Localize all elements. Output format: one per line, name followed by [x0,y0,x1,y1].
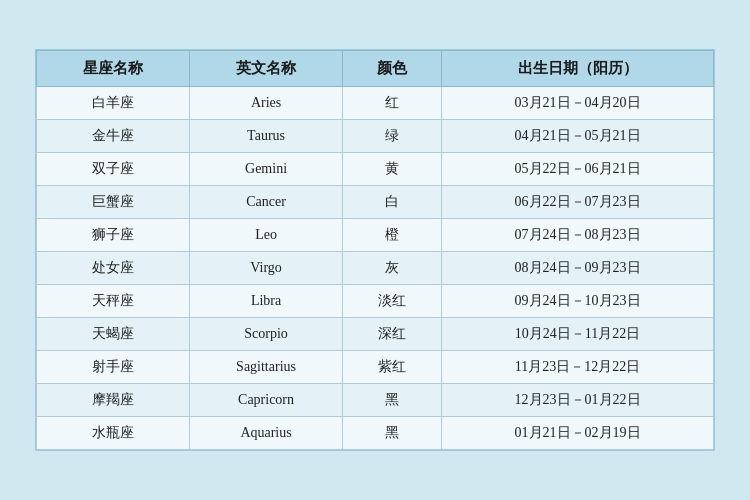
zodiac-table-container: 星座名称英文名称颜色出生日期（阳历） 白羊座Aries红03月21日－04月20… [35,49,715,451]
cell-4-3: 07月24日－08月23日 [442,219,714,252]
cell-3-0: 巨蟹座 [37,186,190,219]
header-col-1: 英文名称 [190,51,343,87]
cell-7-2: 深红 [343,318,442,351]
cell-1-1: Taurus [190,120,343,153]
table-row: 白羊座Aries红03月21日－04月20日 [37,87,714,120]
table-body: 白羊座Aries红03月21日－04月20日金牛座Taurus绿04月21日－0… [37,87,714,450]
table-row: 摩羯座Capricorn黑12月23日－01月22日 [37,384,714,417]
cell-2-3: 05月22日－06月21日 [442,153,714,186]
cell-4-1: Leo [190,219,343,252]
cell-7-1: Scorpio [190,318,343,351]
cell-0-0: 白羊座 [37,87,190,120]
cell-5-2: 灰 [343,252,442,285]
header-col-2: 颜色 [343,51,442,87]
cell-1-3: 04月21日－05月21日 [442,120,714,153]
cell-6-2: 淡红 [343,285,442,318]
cell-0-3: 03月21日－04月20日 [442,87,714,120]
cell-9-0: 摩羯座 [37,384,190,417]
zodiac-table: 星座名称英文名称颜色出生日期（阳历） 白羊座Aries红03月21日－04月20… [36,50,714,450]
table-row: 狮子座Leo橙07月24日－08月23日 [37,219,714,252]
table-row: 射手座Sagittarius紫红11月23日－12月22日 [37,351,714,384]
cell-2-0: 双子座 [37,153,190,186]
cell-3-2: 白 [343,186,442,219]
cell-4-0: 狮子座 [37,219,190,252]
cell-5-0: 处女座 [37,252,190,285]
cell-4-2: 橙 [343,219,442,252]
cell-8-0: 射手座 [37,351,190,384]
header-col-3: 出生日期（阳历） [442,51,714,87]
cell-5-3: 08月24日－09月23日 [442,252,714,285]
cell-7-3: 10月24日－11月22日 [442,318,714,351]
table-header: 星座名称英文名称颜色出生日期（阳历） [37,51,714,87]
cell-9-3: 12月23日－01月22日 [442,384,714,417]
cell-8-1: Sagittarius [190,351,343,384]
cell-8-2: 紫红 [343,351,442,384]
cell-3-3: 06月22日－07月23日 [442,186,714,219]
cell-10-1: Aquarius [190,417,343,450]
cell-3-1: Cancer [190,186,343,219]
cell-8-3: 11月23日－12月22日 [442,351,714,384]
cell-7-0: 天蝎座 [37,318,190,351]
cell-5-1: Virgo [190,252,343,285]
cell-1-0: 金牛座 [37,120,190,153]
cell-9-2: 黑 [343,384,442,417]
cell-10-2: 黑 [343,417,442,450]
cell-6-0: 天秤座 [37,285,190,318]
table-row: 天秤座Libra淡红09月24日－10月23日 [37,285,714,318]
cell-0-1: Aries [190,87,343,120]
header-row: 星座名称英文名称颜色出生日期（阳历） [37,51,714,87]
table-row: 天蝎座Scorpio深红10月24日－11月22日 [37,318,714,351]
cell-6-3: 09月24日－10月23日 [442,285,714,318]
cell-9-1: Capricorn [190,384,343,417]
table-row: 巨蟹座Cancer白06月22日－07月23日 [37,186,714,219]
cell-6-1: Libra [190,285,343,318]
cell-10-0: 水瓶座 [37,417,190,450]
table-row: 处女座Virgo灰08月24日－09月23日 [37,252,714,285]
cell-1-2: 绿 [343,120,442,153]
table-row: 水瓶座Aquarius黑01月21日－02月19日 [37,417,714,450]
table-row: 双子座Gemini黄05月22日－06月21日 [37,153,714,186]
cell-10-3: 01月21日－02月19日 [442,417,714,450]
table-row: 金牛座Taurus绿04月21日－05月21日 [37,120,714,153]
cell-0-2: 红 [343,87,442,120]
cell-2-2: 黄 [343,153,442,186]
cell-2-1: Gemini [190,153,343,186]
header-col-0: 星座名称 [37,51,190,87]
